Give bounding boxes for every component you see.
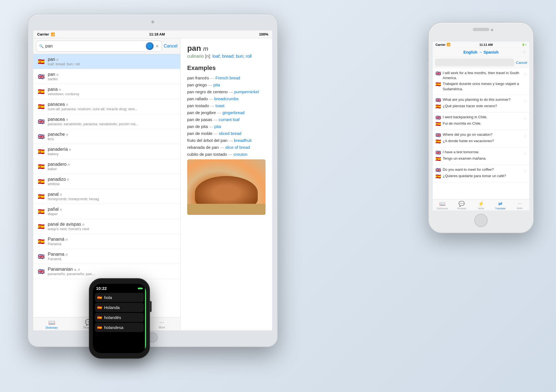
- result-text: panacea n cure-all; panacea; nostrum; cu…: [48, 102, 176, 111]
- result-definition: diaper: [48, 212, 176, 216]
- result-item[interactable]: 🇪🇸 panadizo n whitlow: [33, 174, 180, 189]
- result-text: panadero n baker: [48, 162, 176, 171]
- result-item[interactable]: 🇬🇧 Panamanian a, n panameño; panameño; p…: [33, 264, 180, 279]
- watch-screen: 10:22 🇪🇸 hola 🇪🇸 Holanda 🇪🇸 holandés 🇪🇸 …: [93, 284, 146, 353]
- phrase-favorite-button[interactable]: ☆: [523, 116, 527, 121]
- example-en: sliced bread: [219, 131, 241, 136]
- phrase-english-text: I will work for a few months, then trave…: [443, 71, 527, 81]
- cancel-button[interactable]: Cancel: [164, 44, 177, 49]
- result-word: pan n: [48, 72, 176, 77]
- example-item: pan de pasas — currant loaf: [187, 117, 266, 122]
- phrase-favorite-button[interactable]: ☆: [523, 98, 527, 104]
- iphone-tab-more[interactable]: ··· More: [510, 201, 529, 210]
- result-item[interactable]: 🇬🇧 pan n sartén: [33, 69, 180, 84]
- result-text: panal de avispas n wasp's nest; hornet's…: [48, 222, 176, 231]
- result-item[interactable]: 🇪🇸 panal n honeycomb; honeycomb; hexag: [33, 189, 180, 204]
- battery-label: 100%: [259, 32, 268, 36]
- flag-icon: 🇪🇸: [37, 58, 45, 66]
- iphone-speaker: [491, 29, 493, 31]
- search-input[interactable]: pan: [45, 44, 144, 49]
- result-item[interactable]: 🇪🇸 pan n loaf; bread; bun; roll: [33, 54, 180, 69]
- iphone-tab-translate[interactable]: ⇌ Translate: [491, 201, 510, 210]
- result-definition: cure-all; panacea; nostrum; cure-all; mi…: [48, 107, 176, 111]
- result-text: Panama n Panamá: [48, 252, 176, 261]
- phrase-pair[interactable]: 🇬🇧 I have a test tomorrow. 🇪🇸 Tengo un e…: [433, 147, 529, 165]
- result-item[interactable]: 🇪🇸 panadería n bakery: [33, 144, 180, 159]
- example-en: pumpernickel: [234, 89, 259, 94]
- example-sp: pan rallado: [187, 96, 208, 101]
- flag-icon: 🇬🇧: [37, 73, 45, 81]
- iphone-tab-bar: 📖 Dictionary 💬 Phrases ⚡ Verbs ⇌ Transla…: [433, 199, 529, 210]
- result-item[interactable]: 🇬🇧 panache n brío: [33, 129, 180, 144]
- phrase-pair[interactable]: 🇬🇧 I went backpacking in Chile. 🇪🇸 Fui d…: [433, 112, 529, 130]
- phrase-english-text: Do you want to meet for coffee?: [443, 167, 494, 172]
- example-item: pan francés — French bread: [187, 76, 266, 80]
- iphone-volume-up-button[interactable]: [428, 62, 429, 71]
- iphone-tab-icon-more: ···: [518, 201, 522, 207]
- iphone-volume-down-button[interactable]: [428, 74, 429, 83]
- phrase-english-text: I went backpacking in Chile.: [443, 115, 487, 120]
- phrase-favorite-button[interactable]: ☆: [523, 151, 527, 156]
- clear-button[interactable]: ✕: [155, 44, 159, 49]
- iphone-tab-phrases[interactable]: 💬 Phrases: [452, 201, 472, 210]
- example-en: French bread: [216, 76, 240, 80]
- phrase-spanish-line: 🇪🇸 Tengo un examen mañana.: [435, 156, 527, 162]
- ipad-screen: Carrier 📶 11:18 AM 100% 🔍 pan 🌐 ✕ Cancel: [33, 31, 272, 330]
- phrase-pair[interactable]: 🇬🇧 Do you want to meet for coffee? 🇪🇸 ¿Q…: [433, 165, 529, 182]
- result-item[interactable]: 🇬🇧 panacea n panacea; sanalotodo; panace…: [33, 114, 180, 129]
- phrase-english-line: 🇬🇧 I have a test tomorrow.: [435, 150, 527, 155]
- phrase-pair[interactable]: 🇬🇧 Where did you go on vacation? 🇪🇸 ¿A d…: [433, 130, 529, 147]
- watch-list-item[interactable]: 🇪🇸 holandés: [95, 313, 144, 322]
- watch-list-item[interactable]: 🇪🇸 Holanda: [95, 303, 144, 312]
- iphone-tab-dictionary[interactable]: 📖 Dictionary: [433, 201, 452, 210]
- phrase-favorite-button[interactable]: ☆: [523, 133, 527, 139]
- iphone-status-bar: Carrier 📶 11:11 AM 🔋+: [433, 42, 529, 48]
- flag-es: 🇪🇸: [435, 139, 441, 144]
- flag-icon: 🇪🇸: [37, 88, 45, 96]
- example-item: fruto del árbol del pan — breadfruit: [187, 138, 266, 143]
- result-item[interactable]: 🇪🇸 Panamá n Panama: [33, 234, 180, 249]
- result-item[interactable]: 🇪🇸 pana n velveteen; corduroy: [33, 84, 180, 99]
- example-item: pan negro de centeno — pumpernickel: [187, 89, 266, 94]
- search-input-wrap[interactable]: 🔍 pan 🌐 ✕: [36, 41, 162, 52]
- example-en: breadcrumbs: [214, 96, 239, 101]
- flag-icon: 🇬🇧: [37, 133, 45, 140]
- result-item[interactable]: 🇪🇸 pañal n diaper: [33, 204, 180, 219]
- iphone-power-button[interactable]: [533, 67, 534, 81]
- example-en: slice of bread: [225, 145, 250, 150]
- watch-crown[interactable]: [149, 301, 152, 312]
- result-item[interactable]: 🇪🇸 panal de avispas n wasp's nest; horne…: [33, 219, 180, 234]
- phrase-favorite-button[interactable]: ☆: [523, 168, 527, 174]
- watch-list-item[interactable]: 🇪🇸 holandesa: [95, 323, 144, 332]
- example-sp: pan negro de centeno: [187, 89, 228, 94]
- result-item[interactable]: 🇪🇸 panacea n cure-all; panacea; nostrum;…: [33, 99, 180, 114]
- ipad-content-area: 🔍 pan 🌐 ✕ Cancel 🇪🇸 pan n loaf; bread; b…: [33, 38, 272, 330]
- phrase-pair[interactable]: 🇬🇧 What are you planning to do this summ…: [433, 95, 529, 112]
- time-label: 11:18 AM: [149, 32, 165, 36]
- example-sp: pan tostado: [187, 103, 209, 108]
- iphone-tab-verbs[interactable]: ⚡ Verbs: [471, 201, 491, 210]
- search-icon: 🔍: [39, 44, 44, 48]
- phrase-spanish-text: Tengo un examen mañana.: [443, 156, 487, 161]
- flag-icon: 🇪🇸: [37, 223, 45, 230]
- flag-es: 🇪🇸: [435, 82, 441, 87]
- result-item[interactable]: 🇪🇸 panadero n baker: [33, 159, 180, 174]
- result-word: Panama n: [48, 252, 176, 257]
- phrase-english-text: Where did you go on vacation?: [443, 132, 492, 137]
- ipad-tab-dictionary[interactable]: 📖 Dictionary: [33, 319, 70, 329]
- result-item[interactable]: 🇬🇧 Panama n Panamá: [33, 249, 180, 264]
- phrase-pair[interactable]: 🇬🇧 I will work for a few months, then tr…: [433, 68, 529, 95]
- wifi-icon: 📶: [51, 32, 55, 36]
- iphone-search-input[interactable]: [435, 59, 514, 66]
- iphone-favorite-button[interactable]: ☆: [522, 49, 527, 55]
- phrase-favorite-button[interactable]: ☆: [523, 72, 527, 77]
- watch-list-item[interactable]: 🇪🇸 hola: [95, 293, 144, 302]
- iphone-cancel-button[interactable]: Cancel: [516, 59, 527, 66]
- ipad-camera: [151, 21, 154, 23]
- tab-label-more: More: [159, 326, 165, 329]
- iphone-home-button[interactable]: [474, 214, 488, 227]
- phrase-spanish-line: 🇪🇸 ¿Qué piensas hacer este verano?: [435, 104, 527, 109]
- def-label: culinario: [187, 54, 205, 59]
- example-item: rebanada de pan — slice of bread: [187, 145, 266, 150]
- globe-button[interactable]: 🌐: [146, 42, 154, 50]
